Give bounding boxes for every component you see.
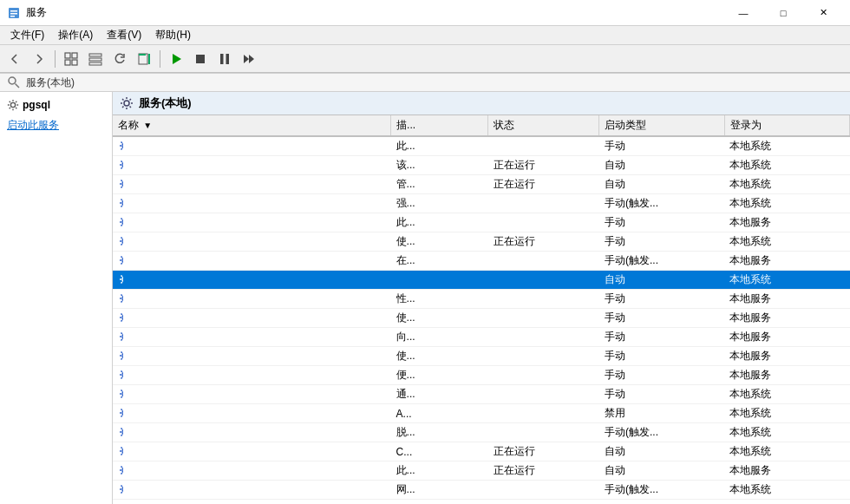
service-startup-cell: 自动: [599, 461, 724, 481]
svg-point-38: [122, 410, 123, 416]
col-header-login[interactable]: 登录为: [724, 115, 849, 136]
list-icon: [88, 52, 102, 66]
service-gear-icon: [118, 196, 123, 210]
col-header-name[interactable]: 名称 ▼: [113, 115, 391, 136]
service-login-cell: 本地服务: [724, 213, 849, 232]
content-header-title: 服务(本地): [139, 95, 192, 111]
service-login-cell: 本地系统: [724, 232, 849, 252]
close-button[interactable]: ✕: [803, 0, 843, 26]
col-header-status[interactable]: 状态: [488, 115, 599, 136]
service-desc-cell: 在...: [391, 252, 488, 271]
table-row[interactable]: PNRP Machine Name Pu...此...手动本地服务: [113, 213, 850, 232]
table-row[interactable]: NVIDIA Display Containe...C...正在运行自动本地系统: [113, 442, 850, 461]
menu-item-帮助(H)[interactable]: 帮助(H): [148, 26, 198, 44]
svg-point-22: [10, 102, 15, 107]
service-name-cell: Network Setup Service: [113, 481, 123, 498]
table-row[interactable]: Network Store Interface ...此...正在运行自动本地服…: [113, 461, 850, 481]
col-header-desc[interactable]: 描...: [391, 115, 488, 136]
detail-button[interactable]: [84, 48, 107, 70]
stop-button[interactable]: [189, 48, 212, 70]
table-row[interactable]: Phone Service在...手动(触发...本地服务: [113, 252, 850, 271]
service-status-cell: 正在运行: [488, 461, 599, 481]
search-icon: [7, 75, 21, 89]
service-startup-cell: 手动: [599, 136, 724, 156]
menu-item-查看(V)[interactable]: 查看(V): [100, 26, 148, 44]
resume-button[interactable]: [238, 48, 260, 70]
service-gear-icon: [118, 158, 123, 172]
back-icon: [8, 52, 22, 66]
app-icon: [7, 6, 21, 20]
start-service-link[interactable]: 启动此服务: [7, 118, 105, 133]
svg-marker-19: [249, 55, 254, 63]
services-table: 名称 ▼ 描... 状态 启动类型 登录为: [113, 115, 850, 500]
table-row[interactable]: Performance Logs & Aler...性...手动本地服务: [113, 290, 850, 309]
service-status-cell: [488, 136, 599, 156]
export-icon: [137, 52, 151, 66]
service-gear-icon: [118, 425, 123, 439]
service-name-cell: PNRP Machine Name Pu...: [113, 213, 123, 231]
service-startup-cell: 自动: [599, 442, 724, 461]
service-startup-cell: 手动(触发...: [599, 194, 724, 213]
svg-point-26: [122, 181, 123, 187]
back-button[interactable]: [3, 48, 26, 70]
minimize-button[interactable]: —: [723, 0, 763, 26]
service-gear-icon: [118, 291, 123, 305]
table-row[interactable]: Peer Networking Groupi...使...手动本地服务: [113, 347, 850, 366]
service-desc-cell: 通...: [391, 385, 488, 404]
service-name-cell: Optimize drives: [113, 385, 123, 403]
play-button[interactable]: [165, 48, 187, 70]
service-gear-icon: [118, 406, 123, 420]
forward-button[interactable]: [28, 48, 50, 70]
left-panel-header: pgsql: [7, 99, 105, 111]
menu-item-操作(A)[interactable]: 操作(A): [51, 26, 100, 44]
titlebar-left: 服务: [7, 5, 47, 20]
table-header-row: 名称 ▼ 描... 状态 启动类型 登录为: [113, 115, 850, 136]
table-row[interactable]: Network Setup Service网...手动(触发...本地系统: [113, 481, 850, 500]
table-row[interactable]: Performance Counter DL...使...手动本地服务: [113, 309, 850, 328]
service-gear-icon: [118, 349, 123, 363]
maximize-button[interactable]: □: [763, 0, 803, 26]
svg-rect-4: [65, 53, 70, 58]
address-label: 服务(本地): [26, 75, 75, 90]
table-row[interactable]: Print Spooler该...正在运行自动本地系统: [113, 156, 850, 175]
service-status-cell: [488, 252, 599, 271]
service-status-cell: [488, 290, 599, 309]
toolbar-sep-2: [160, 50, 160, 68]
table-row[interactable]: Portable Device Enumera...强...手动(触发...本地…: [113, 194, 850, 213]
table-body: Printer Extensions and N...此...手动本地系统Pri…: [113, 136, 850, 500]
col-header-startup[interactable]: 启动类型: [599, 115, 724, 136]
service-startup-cell: 禁用: [599, 404, 724, 423]
show-hide-button[interactable]: [60, 48, 82, 70]
service-login-cell: 本地系统: [724, 175, 849, 194]
service-status-cell: [488, 347, 599, 366]
main-area: pgsql 启动此服务 服务(本地) 名称 ▼: [0, 92, 850, 504]
menubar: 文件(F)操作(A)查看(V)帮助(H): [0, 26, 850, 45]
service-startup-cell: 手动: [599, 213, 724, 232]
table-row[interactable]: Printer Extensions and N...此...手动本地系统: [113, 136, 850, 156]
service-startup-cell: 手动(触发...: [599, 423, 724, 442]
menu-item-文件(F)[interactable]: 文件(F): [3, 26, 51, 44]
service-desc-cell: 使...: [391, 347, 488, 366]
sort-arrow: ▼: [143, 121, 152, 130]
service-login-cell: 本地系统: [724, 194, 849, 213]
services-table-container[interactable]: 名称 ▼ 描... 状态 启动类型 登录为: [113, 115, 850, 504]
service-login-cell: 本地服务: [724, 366, 849, 385]
svg-point-25: [122, 162, 123, 167]
table-row[interactable]: Plug and Play使...正在运行手动本地系统: [113, 232, 850, 252]
table-row[interactable]: pgsql自动本地系统: [113, 271, 850, 290]
svg-point-36: [122, 372, 123, 377]
table-row[interactable]: Peer Name Resolution Pr...便...手动本地服务: [113, 366, 850, 385]
pause-button[interactable]: [213, 48, 236, 70]
service-startup-cell: 手动: [599, 328, 724, 347]
table-row[interactable]: Power管...正在运行自动本地系统: [113, 175, 850, 194]
table-row[interactable]: OpenSSH Authentication ...A...禁用本地系统: [113, 404, 850, 423]
refresh-button[interactable]: [108, 48, 131, 70]
table-row[interactable]: Optimize drives通...手动本地系统: [113, 385, 850, 404]
table-row[interactable]: Offline Files脱...手动(触发...本地系统: [113, 423, 850, 442]
left-panel: pgsql 启动此服务: [0, 92, 113, 504]
export-button[interactable]: [133, 48, 155, 70]
svg-point-29: [122, 239, 123, 244]
toolbar-sep-1: [55, 50, 56, 68]
table-row[interactable]: Peer Networking Identity...向...手动本地服务: [113, 328, 850, 347]
service-name-cell: Peer Networking Identity...: [113, 328, 123, 345]
